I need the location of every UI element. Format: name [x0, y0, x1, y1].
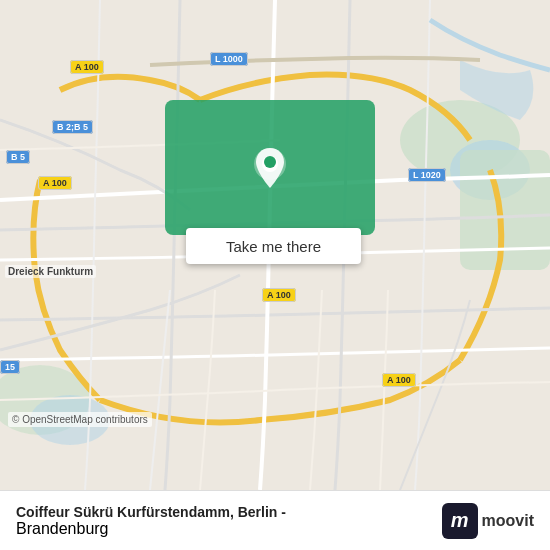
moovit-logo: m moovit [442, 503, 534, 539]
map-copyright: © OpenStreetMap contributors [8, 412, 152, 427]
bottom-bar: Coiffeur Sükrü Kurfürstendamm, Berlin - … [0, 490, 550, 550]
location-overlay [165, 100, 375, 235]
map-container: A 100 A 100 A 100 A 100 B 5 B 2;B 5 L 10… [0, 0, 550, 490]
place-name: Coiffeur Sükrü Kurfürstendamm, Berlin - [16, 504, 286, 520]
moovit-label: moovit [482, 512, 534, 530]
take-me-there-button[interactable]: Take me there [186, 228, 361, 264]
place-region: Brandenburg [16, 520, 286, 538]
place-info: Coiffeur Sükrü Kurfürstendamm, Berlin - … [16, 504, 286, 538]
dreieck-label: Dreieck Funkturm [5, 265, 96, 278]
moovit-icon: m [442, 503, 478, 539]
svg-rect-5 [460, 150, 550, 270]
svg-point-8 [264, 156, 276, 168]
